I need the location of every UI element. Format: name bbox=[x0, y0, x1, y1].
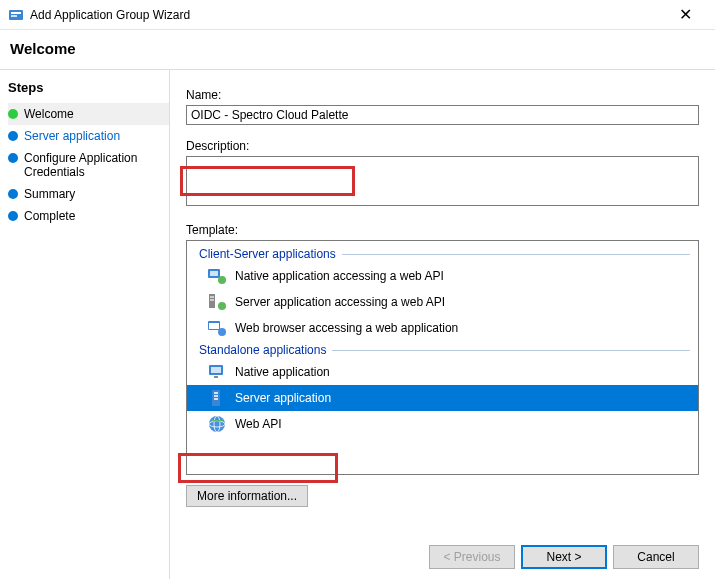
template-label: Server application accessing a web API bbox=[235, 295, 445, 309]
content-panel: Name: Description: Template: Client-Serv… bbox=[170, 70, 715, 579]
step-label: Summary bbox=[24, 187, 75, 201]
template-label: Native application accessing a web API bbox=[235, 269, 444, 283]
template-native-application[interactable]: Native application bbox=[187, 359, 698, 385]
browser-app-icon bbox=[207, 318, 227, 338]
cancel-button[interactable]: Cancel bbox=[613, 545, 699, 569]
svg-rect-4 bbox=[210, 271, 218, 276]
svg-rect-18 bbox=[214, 395, 218, 397]
svg-point-5 bbox=[218, 276, 226, 284]
steps-sidebar: Steps Welcome Server application Configu… bbox=[0, 70, 170, 579]
group-client-server: Client-Server applications bbox=[187, 245, 698, 263]
template-native-accessing-webapi[interactable]: Native application accessing a web API bbox=[187, 263, 698, 289]
step-summary[interactable]: Summary bbox=[8, 183, 169, 205]
group-label: Client-Server applications bbox=[199, 247, 336, 261]
svg-rect-1 bbox=[11, 12, 21, 14]
name-input[interactable] bbox=[186, 105, 699, 125]
svg-rect-11 bbox=[209, 323, 219, 329]
step-bullet-icon bbox=[8, 153, 18, 163]
svg-rect-17 bbox=[214, 392, 218, 394]
svg-rect-2 bbox=[11, 15, 17, 17]
steps-heading: Steps bbox=[8, 80, 169, 95]
svg-rect-14 bbox=[211, 367, 221, 373]
monitor-api-icon bbox=[207, 266, 227, 286]
divider bbox=[332, 350, 690, 351]
more-information-button[interactable]: More information... bbox=[186, 485, 308, 507]
step-bullet-icon bbox=[8, 211, 18, 221]
template-label: Native application bbox=[235, 365, 330, 379]
description-label: Description: bbox=[186, 139, 699, 153]
svg-point-20 bbox=[209, 416, 225, 432]
step-complete[interactable]: Complete bbox=[8, 205, 169, 227]
svg-point-12 bbox=[218, 328, 226, 336]
template-web-api[interactable]: Web API bbox=[187, 411, 698, 437]
svg-rect-7 bbox=[210, 296, 214, 298]
description-input[interactable] bbox=[186, 156, 699, 206]
svg-rect-15 bbox=[214, 376, 218, 378]
svg-rect-19 bbox=[214, 398, 218, 400]
template-server-application[interactable]: Server application bbox=[187, 385, 698, 411]
svg-rect-8 bbox=[210, 299, 214, 301]
step-bullet-icon bbox=[8, 131, 18, 141]
wizard-body: Steps Welcome Server application Configu… bbox=[0, 70, 715, 579]
divider bbox=[342, 254, 690, 255]
step-bullet-icon bbox=[8, 109, 18, 119]
step-label: Server application bbox=[24, 129, 120, 143]
server-icon bbox=[207, 388, 227, 408]
svg-point-9 bbox=[218, 302, 226, 310]
step-bullet-icon bbox=[8, 189, 18, 199]
globe-icon bbox=[207, 414, 227, 434]
step-server-application[interactable]: Server application bbox=[8, 125, 169, 147]
next-button[interactable]: Next > bbox=[521, 545, 607, 569]
server-api-icon bbox=[207, 292, 227, 312]
name-label: Name: bbox=[186, 88, 699, 102]
step-label: Welcome bbox=[24, 107, 74, 121]
template-listbox[interactable]: Client-Server applications Native applic… bbox=[186, 240, 699, 475]
step-label: Configure Application Credentials bbox=[24, 151, 165, 179]
group-label: Standalone applications bbox=[199, 343, 326, 357]
window-title: Add Application Group Wizard bbox=[30, 8, 665, 22]
previous-button: < Previous bbox=[429, 545, 515, 569]
template-browser-accessing-webapp[interactable]: Web browser accessing a web application bbox=[187, 315, 698, 341]
titlebar: Add Application Group Wizard ✕ bbox=[0, 0, 715, 30]
page-title: Welcome bbox=[0, 30, 715, 70]
template-server-accessing-webapi[interactable]: Server application accessing a web API bbox=[187, 289, 698, 315]
template-label: Template: bbox=[186, 223, 699, 237]
template-label: Web API bbox=[235, 417, 281, 431]
step-welcome[interactable]: Welcome bbox=[8, 103, 169, 125]
close-icon[interactable]: ✕ bbox=[665, 5, 705, 24]
template-label: Web browser accessing a web application bbox=[235, 321, 458, 335]
monitor-icon bbox=[207, 362, 227, 382]
wizard-footer: < Previous Next > Cancel bbox=[429, 545, 699, 569]
step-label: Complete bbox=[24, 209, 75, 223]
app-icon bbox=[8, 7, 24, 23]
template-label: Server application bbox=[235, 391, 331, 405]
step-configure-credentials[interactable]: Configure Application Credentials bbox=[8, 147, 169, 183]
group-standalone: Standalone applications bbox=[187, 341, 698, 359]
